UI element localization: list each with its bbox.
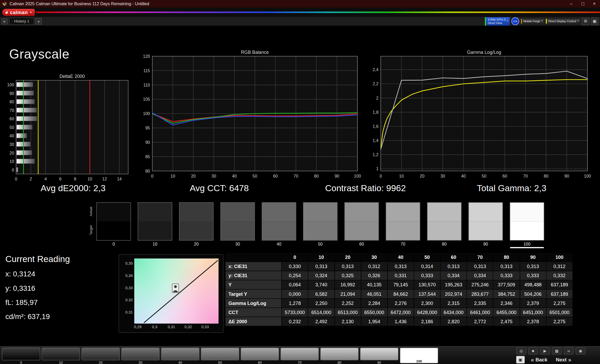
table-cell: 0,313: [520, 262, 546, 271]
step-label: 20: [99, 361, 103, 364]
play-icon[interactable]: ▶: [540, 347, 550, 355]
cie-x-tick: 0,31: [164, 325, 179, 329]
table-cell: 46,051: [361, 289, 387, 298]
step-label: 30: [138, 361, 142, 364]
step-button-20[interactable]: [82, 348, 120, 360]
table-cell: 6514,000: [308, 308, 334, 317]
continuous-icon[interactable]: ∞: [564, 347, 574, 355]
step-label: 70: [298, 361, 302, 364]
display-control-button[interactable]: Direct Display Control ▾: [546, 19, 580, 24]
table-cell: 6434,000: [440, 308, 467, 317]
swatch-actual: [469, 203, 503, 221]
table-cell: 2,186: [414, 317, 440, 326]
step-button-10[interactable]: [42, 348, 80, 360]
meter-select-button[interactable]: X-Rite i1Pro 3 Direct View ▾: [485, 17, 510, 25]
svg-text:80: 80: [9, 99, 14, 104]
svg-text:95: 95: [145, 126, 150, 130]
step-button-50[interactable]: [201, 348, 239, 360]
cie-x-tick: 0,33: [198, 325, 213, 329]
svg-text:40: 40: [461, 174, 466, 178]
svg-text:90: 90: [564, 174, 569, 178]
step-button-0[interactable]: [2, 348, 40, 360]
svg-text:100: 100: [354, 174, 361, 178]
table-column-header: 80: [493, 253, 520, 262]
step-button-90[interactable]: [360, 348, 398, 360]
gear-icon[interactable]: ⚙: [582, 18, 589, 25]
next-button[interactable]: Next »: [556, 356, 571, 363]
current-reading-panel: Current Reading x: 0,3124 y: 0,3316 fL: …: [5, 254, 70, 321]
step-label: 50: [218, 361, 222, 364]
close-button[interactable]: ×: [588, 0, 600, 8]
title-bar: Calman 2025 Calman Ultimate for Business…: [0, 0, 600, 8]
swatch-actual: [345, 203, 379, 221]
table-cell: 6451,000: [520, 308, 546, 317]
tab-nav-arrow-button[interactable]: ▸: [2, 18, 8, 24]
swatch-actual: [510, 203, 544, 221]
display-icon[interactable]: ▣: [591, 18, 598, 25]
table-cell: 3,740: [308, 280, 334, 289]
table-cell: 384,752: [493, 289, 520, 298]
rgb-balance-line-chart: 0102030405060708090100808590951001051101…: [145, 54, 366, 182]
source-select-button[interactable]: Mobile Forge ▾: [521, 19, 544, 24]
grayscale-swatch-90: 90: [469, 203, 503, 246]
step-label: 100: [400, 360, 438, 363]
swatch-box: [180, 203, 213, 240]
measurement-table: 0102030405060708090100x: CIE310,3300,313…: [225, 252, 573, 326]
table-cell: 202,974: [440, 289, 467, 298]
stat-total-gamma: Total Gamma: 2,3: [439, 183, 585, 194]
stat-contrast-ratio: Contrast Ratio: 9962: [292, 183, 439, 194]
table-column-header: 90: [520, 253, 546, 262]
pattern-icon[interactable]: ▦: [552, 347, 562, 355]
table-cell: 6501,000: [546, 308, 573, 317]
svg-text:120: 120: [143, 54, 150, 59]
svg-text:50: 50: [9, 125, 14, 130]
maximize-button[interactable]: □: [577, 0, 588, 8]
svg-text:70: 70: [523, 174, 528, 178]
add-tab-button[interactable]: +: [35, 18, 42, 25]
table-cell: 2,475: [493, 317, 520, 326]
table-cell: 2,772: [467, 317, 493, 326]
back-button[interactable]: « Back: [531, 356, 547, 363]
cie-y-tick: 0,31: [120, 310, 133, 314]
step-button-30[interactable]: [121, 348, 160, 360]
svg-text:70: 70: [9, 108, 14, 113]
table-cell: 2,252: [334, 298, 361, 308]
step-button-40[interactable]: [161, 348, 199, 360]
svg-text:1,6: 1,6: [373, 124, 378, 129]
table-cell: 0,330: [282, 262, 308, 271]
table-cell: 2,315: [440, 298, 467, 308]
swatch-actual: [304, 203, 337, 221]
step-button-60[interactable]: [241, 348, 279, 360]
table-cell: 2,284: [361, 298, 387, 308]
step-button-80[interactable]: [320, 348, 358, 360]
table-cell: 275,246: [467, 280, 493, 289]
swatch-box: [304, 203, 337, 240]
table-cell: 6455,000: [493, 308, 520, 317]
swatch-box: [138, 203, 172, 240]
grayscale-swatch-10: 10: [138, 203, 172, 246]
svg-text:1,4: 1,4: [373, 138, 378, 143]
svg-text:60: 60: [9, 116, 14, 121]
transport-icon-row: ◎■▶▦∞◉: [516, 347, 598, 355]
chevron-down-icon: ▾: [541, 20, 543, 23]
svg-text:14: 14: [117, 177, 122, 181]
meter-icon[interactable]: ◉: [576, 347, 586, 355]
step-button-70[interactable]: [281, 348, 319, 360]
pattern-window-button[interactable]: ▣: [516, 356, 525, 363]
tab-history-1[interactable]: History 1: [9, 18, 34, 25]
table-column-header: 100: [546, 253, 573, 262]
rainbow-gradient-bar: [36, 12, 600, 13]
table-cell: 5733,000: [282, 308, 308, 317]
table-column-header: 50: [414, 253, 440, 262]
table-cell: 0,332: [546, 271, 573, 280]
stop-icon[interactable]: ■: [528, 347, 538, 355]
table-cell: 1,436: [388, 317, 414, 326]
minimize-button[interactable]: –: [566, 0, 577, 8]
swatch-target: [97, 221, 131, 240]
calman-menu-button[interactable]: calman ▾: [2, 9, 35, 16]
aperture-icon[interactable]: ◎: [516, 347, 526, 355]
svg-text:1,2: 1,2: [373, 152, 378, 157]
svg-text:105: 105: [143, 97, 150, 101]
meter-count-badge: 479: [511, 17, 519, 25]
table-row: y: CIE310,2540,3240,3250,3260,3310,3330,…: [225, 271, 573, 280]
